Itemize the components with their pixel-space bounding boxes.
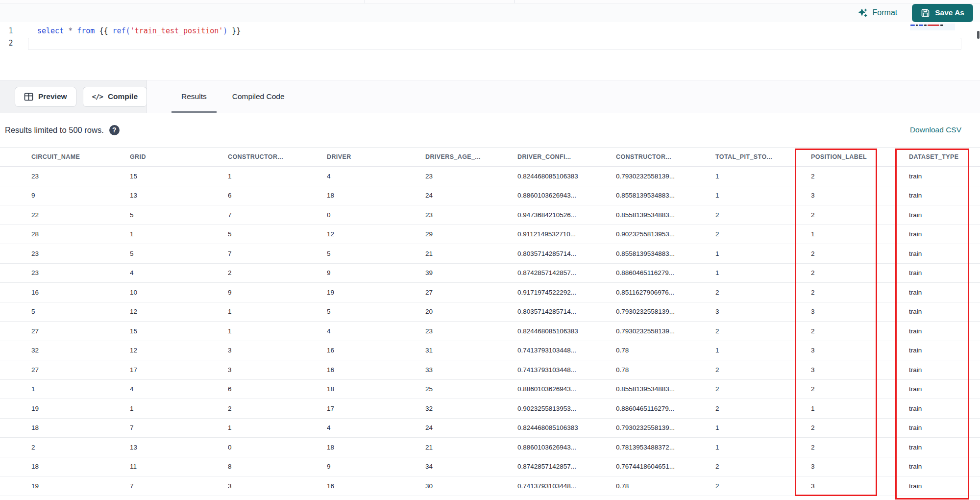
table-cell: 4 [327, 173, 425, 180]
table-cell: 3 [811, 308, 909, 315]
help-icon[interactable]: ? [109, 125, 120, 135]
format-label: Format [873, 8, 898, 17]
table-cell: 2 [811, 269, 909, 276]
table-cell: train [909, 211, 980, 219]
save-as-button[interactable]: Save As [912, 4, 973, 22]
save-as-label: Save As [935, 8, 964, 17]
code-line-1[interactable]: select * from {{ ref('train_test_positio… [37, 25, 241, 37]
code-editor[interactable]: 1 2 select * from {{ ref('train_test_pos… [0, 22, 980, 80]
table-cell: 3 [811, 463, 909, 470]
table-cell: 0 [228, 444, 327, 451]
column-header[interactable]: DRIVER [327, 153, 425, 160]
editor-scrollbar-thumb[interactable] [977, 31, 980, 39]
minimap-code-mark [910, 24, 955, 27]
table-cell: 1 [715, 424, 811, 431]
compile-label: Compile [108, 92, 138, 101]
column-header[interactable]: POSITION_LABEL [811, 153, 909, 160]
table-row: 181189340.8742857142857...0.767441860465… [0, 457, 980, 477]
column-header[interactable]: GRID [130, 153, 228, 160]
table-cell: 18 [327, 385, 425, 393]
table-cell: 24 [425, 424, 517, 431]
table-row: 1610919270.9171974522292...0.85116279069… [0, 283, 980, 302]
table-cell: 1 [715, 444, 811, 451]
column-header[interactable]: CONSTRUCTOR... [228, 153, 327, 160]
column-header[interactable]: CIRCUIT_NAME [31, 153, 130, 160]
table-cell: 19 [31, 405, 130, 412]
table-cell: 2 [31, 444, 130, 451]
table-cell: 24 [425, 192, 517, 199]
table-cell: 0.7413793103448... [517, 482, 616, 490]
table-cell: 2 [811, 211, 909, 219]
table-cell: train [909, 250, 980, 257]
action-buttons: Preview </> Compile [0, 80, 147, 113]
table-cell: 18 [31, 424, 130, 431]
tab-results[interactable]: Results [169, 80, 220, 113]
table-cell: 23 [425, 173, 517, 180]
table-cell: 19 [31, 482, 130, 490]
table-cell: 2 [715, 482, 811, 490]
table-cell: 0.7413793103448... [517, 347, 616, 354]
table-cell: 1 [31, 385, 130, 393]
table-cell: 5 [327, 308, 425, 315]
table-cell: 2 [811, 444, 909, 451]
table-cell: train [909, 424, 980, 431]
table-cell: 23 [425, 211, 517, 219]
table-cell: 0.9171974522292... [517, 289, 616, 296]
column-header[interactable]: DRIVER_CONFI... [517, 153, 616, 160]
table-cell: 17 [327, 405, 425, 412]
table-cell: 19 [327, 289, 425, 296]
format-button[interactable]: Format [858, 8, 898, 18]
table-cell: 27 [31, 366, 130, 374]
save-icon [921, 8, 930, 18]
compile-button[interactable]: </> Compile [83, 87, 147, 107]
table-cell: 0.7413793103448... [517, 366, 616, 374]
column-header[interactable]: DRIVERS_AGE_... [425, 153, 517, 160]
table-cell: 5 [130, 250, 228, 257]
column-header[interactable]: CONSTRUCTOR... [616, 153, 715, 160]
tab-results-label: Results [181, 92, 207, 101]
table-cell: 1 [715, 192, 811, 199]
table-cell: 2 [811, 385, 909, 393]
table-cell: 0.8742857142857... [517, 463, 616, 470]
table-cell: 0.8860465116279... [616, 269, 715, 276]
table-cell: 0.78 [616, 366, 715, 374]
table-cell: 1 [811, 230, 909, 238]
table-cell: 23 [31, 269, 130, 276]
table-cell: 2 [228, 405, 327, 412]
table-row: 213018210.8860103626943...0.781395348837… [0, 438, 980, 457]
tab-compiled-code[interactable]: Compiled Code [220, 80, 297, 113]
column-header[interactable]: TOTAL_PIT_STO... [715, 153, 811, 160]
table-cell: 0.8558139534883... [616, 385, 715, 393]
table-cell: 22 [31, 211, 130, 219]
table-cell: 17 [130, 366, 228, 374]
table-cell: 31 [425, 347, 517, 354]
action-band: Preview </> Compile Results Compiled Cod… [0, 80, 980, 113]
table-cell: 39 [425, 269, 517, 276]
table-cell: 0.7930232558139... [616, 424, 715, 431]
table-cell: 0.8558139534883... [616, 250, 715, 257]
table-row: 191217320.9023255813953...0.886046511627… [0, 399, 980, 419]
table-cell: 13 [130, 444, 228, 451]
table-cell: 5 [130, 211, 228, 219]
line-number: 2 [0, 37, 22, 50]
table-cell: train [909, 366, 980, 374]
download-csv-link[interactable]: Download CSV [910, 125, 961, 134]
table-cell: 0.7930232558139... [616, 308, 715, 315]
table-cell: 30 [425, 482, 517, 490]
table-cell: train [909, 463, 980, 470]
editor-minimap[interactable] [910, 24, 955, 30]
preview-button[interactable]: Preview [15, 87, 76, 107]
results-limit-text: Results limited to 500 rows. [5, 125, 104, 135]
table-cell: 3 [811, 482, 909, 490]
table-cell: 1 [228, 424, 327, 431]
table-cell: 0.9112149532710... [517, 230, 616, 238]
table-cell: 1 [715, 173, 811, 180]
table-row: 23429390.8742857142857...0.8860465116279… [0, 264, 980, 283]
table-row: 231514230.8244680851063830.7930232558139… [0, 167, 980, 186]
column-header[interactable]: DATASET_TYPE [909, 153, 980, 160]
table-cell: 2 [715, 405, 811, 412]
table-cell: 21 [425, 250, 517, 257]
table-cell: train [909, 405, 980, 412]
table-cell: 1 [130, 230, 228, 238]
table-icon [24, 93, 33, 101]
